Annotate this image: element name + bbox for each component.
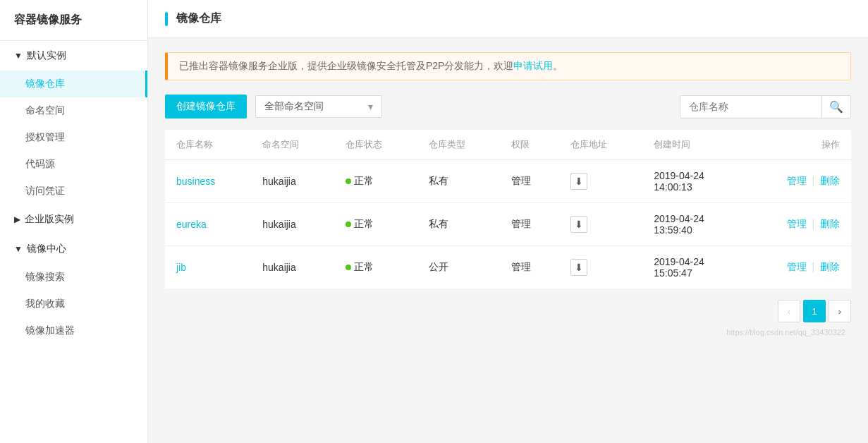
search-wrapper: 🔍 [680, 95, 851, 119]
action-sep-2: | [812, 261, 814, 272]
col-header-name: 仓库名称 [165, 130, 251, 160]
main-body: 已推出容器镜像服务企业版，提供企业级镜像安全托管及P2P分发能力，欢迎申请试用。… [148, 38, 868, 353]
cell-type-1: 私有 [417, 203, 501, 246]
cell-action-1: 管理 | 删除 [745, 203, 851, 246]
notice-suffix: 。 [553, 60, 563, 71]
header-divider [165, 12, 168, 26]
status-dot-0 [346, 178, 351, 184]
cell-name-0: business [165, 160, 251, 203]
sidebar-group-enterprise-header[interactable]: ▶ 企业版实例 [0, 205, 147, 234]
main-header: 镜像仓库 [148, 0, 868, 38]
sidebar: 容器镜像服务 ▼ 默认实例 镜像仓库 命名空间 授权管理 代码源 访问凭证 ▶ … [0, 0, 148, 443]
cell-name-2: jib [165, 246, 251, 289]
sidebar-group-mirror: ▼ 镜像中心 镜像搜索 我的收藏 镜像加速器 [0, 234, 147, 344]
col-header-address: 仓库地址 [559, 130, 642, 160]
cell-status-0: 正常 [334, 160, 417, 203]
table-container: 仓库名称 命名空间 仓库状态 仓库类型 权限 仓库地址 创建时间 操作 busi… [165, 130, 851, 289]
action-delete-2[interactable]: 删除 [820, 261, 840, 272]
action-delete-0[interactable]: 删除 [820, 175, 840, 186]
namespace-select-label: 全部命名空间 [264, 100, 324, 113]
download-icon-0[interactable]: ⬇ [570, 173, 587, 190]
sidebar-item-accelerator[interactable]: 镜像加速器 [0, 317, 147, 344]
notice-banner: 已推出容器镜像服务企业版，提供企业级镜像安全托管及P2P分发能力，欢迎申请试用。 [165, 52, 851, 80]
chevron-down-icon-2: ▼ [14, 244, 23, 254]
table-row: business hukaijia 正常 私有 管理 ⬇ 2019-04-241… [165, 160, 851, 203]
page-1-button[interactable]: 1 [803, 300, 826, 322]
create-repo-button[interactable]: 创建镜像仓库 [165, 95, 247, 119]
download-icon-1[interactable]: ⬇ [570, 216, 587, 233]
notice-text: 已推出容器镜像服务企业版，提供企业级镜像安全托管及P2P分发能力，欢迎 [179, 60, 513, 71]
sidebar-item-credentials[interactable]: 访问凭证 [0, 178, 147, 205]
sidebar-item-codesource[interactable]: 代码源 [0, 151, 147, 178]
action-sep-1: | [812, 218, 814, 229]
cell-type-2: 公开 [417, 246, 501, 289]
cell-permission-0: 管理 [500, 160, 559, 203]
sidebar-item-search[interactable]: 镜像搜索 [0, 264, 147, 291]
sidebar-group-default-header[interactable]: ▼ 默认实例 [0, 41, 147, 71]
repo-table: 仓库名称 命名空间 仓库状态 仓库类型 权限 仓库地址 创建时间 操作 busi… [165, 130, 851, 289]
action-delete-1[interactable]: 删除 [820, 218, 840, 229]
cell-permission-2: 管理 [500, 246, 559, 289]
action-manage-0[interactable]: 管理 [787, 175, 807, 186]
toolbar: 创建镜像仓库 全部命名空间 ▾ 🔍 [165, 95, 851, 119]
cell-created-2: 2019-04-2415:05:47 [642, 246, 745, 289]
cell-permission-1: 管理 [500, 203, 559, 246]
sidebar-item-favorites[interactable]: 我的收藏 [0, 291, 147, 317]
cell-namespace-1: hukaijia [251, 203, 334, 246]
sidebar-item-registry[interactable]: 镜像仓库 [0, 71, 147, 97]
cell-address-2: ⬇ [559, 246, 642, 289]
search-input[interactable] [680, 97, 821, 116]
sidebar-item-auth[interactable]: 授权管理 [0, 124, 147, 151]
col-header-created: 创建时间 [642, 130, 745, 160]
sidebar-group-mirror-header[interactable]: ▼ 镜像中心 [0, 234, 147, 264]
watermark: https://blog.csdn.net/qq_33430322 [165, 325, 851, 339]
sidebar-group-mirror-label: 镜像中心 [27, 243, 66, 255]
table-body: business hukaijia 正常 私有 管理 ⬇ 2019-04-241… [165, 160, 851, 289]
cell-action-0: 管理 | 删除 [745, 160, 851, 203]
prev-page-button[interactable]: ‹ [778, 300, 800, 322]
table-row: eureka hukaijia 正常 私有 管理 ⬇ 2019-04-2413:… [165, 203, 851, 246]
cell-address-1: ⬇ [559, 203, 642, 246]
cell-type-0: 私有 [417, 160, 501, 203]
next-page-button[interactable]: › [829, 300, 851, 322]
sidebar-group-default: ▼ 默认实例 镜像仓库 命名空间 授权管理 代码源 访问凭证 [0, 41, 147, 205]
table-header-row: 仓库名称 命名空间 仓库状态 仓库类型 权限 仓库地址 创建时间 操作 [165, 130, 851, 160]
sidebar-logo: 容器镜像服务 [0, 0, 147, 41]
sidebar-group-enterprise: ▶ 企业版实例 [0, 205, 147, 234]
status-dot-1 [346, 222, 351, 227]
namespace-select[interactable]: 全部命名空间 ▾ [255, 95, 382, 118]
chevron-down-icon: ▼ [14, 51, 23, 61]
cell-action-2: 管理 | 删除 [745, 246, 851, 289]
col-header-action: 操作 [745, 130, 851, 160]
repo-link-2[interactable]: jib [176, 262, 186, 273]
cell-name-1: eureka [165, 203, 251, 246]
cell-status-1: 正常 [334, 203, 417, 246]
sidebar-item-namespace[interactable]: 命名空间 [0, 97, 147, 124]
chevron-down-icon-select: ▾ [368, 101, 373, 112]
cell-created-0: 2019-04-2414:00:13 [642, 160, 745, 203]
cell-created-1: 2019-04-2413:59:40 [642, 203, 745, 246]
action-sep-0: | [812, 175, 814, 186]
download-icon-2[interactable]: ⬇ [570, 259, 587, 276]
main-content: 镜像仓库 已推出容器镜像服务企业版，提供企业级镜像安全托管及P2P分发能力，欢迎… [148, 0, 868, 443]
col-header-namespace: 命名空间 [251, 130, 334, 160]
cell-address-0: ⬇ [559, 160, 642, 203]
col-header-type: 仓库类型 [417, 130, 501, 160]
sidebar-group-enterprise-label: 企业版实例 [25, 213, 74, 226]
search-button[interactable]: 🔍 [821, 96, 850, 118]
page-title: 镜像仓库 [176, 11, 221, 26]
notice-link[interactable]: 申请试用 [513, 60, 553, 71]
cell-namespace-2: hukaijia [251, 246, 334, 289]
cell-status-2: 正常 [334, 246, 417, 289]
status-dot-2 [346, 265, 351, 270]
action-manage-2[interactable]: 管理 [787, 261, 807, 272]
action-manage-1[interactable]: 管理 [787, 218, 807, 229]
repo-link-1[interactable]: eureka [176, 219, 207, 230]
repo-link-0[interactable]: business [176, 176, 215, 187]
table-row: jib hukaijia 正常 公开 管理 ⬇ 2019-04-2415:05:… [165, 246, 851, 289]
chevron-right-icon: ▶ [14, 214, 20, 224]
col-header-status: 仓库状态 [334, 130, 417, 160]
cell-namespace-0: hukaijia [251, 160, 334, 203]
col-header-permission: 权限 [500, 130, 559, 160]
pagination: ‹ 1 › [165, 289, 851, 325]
